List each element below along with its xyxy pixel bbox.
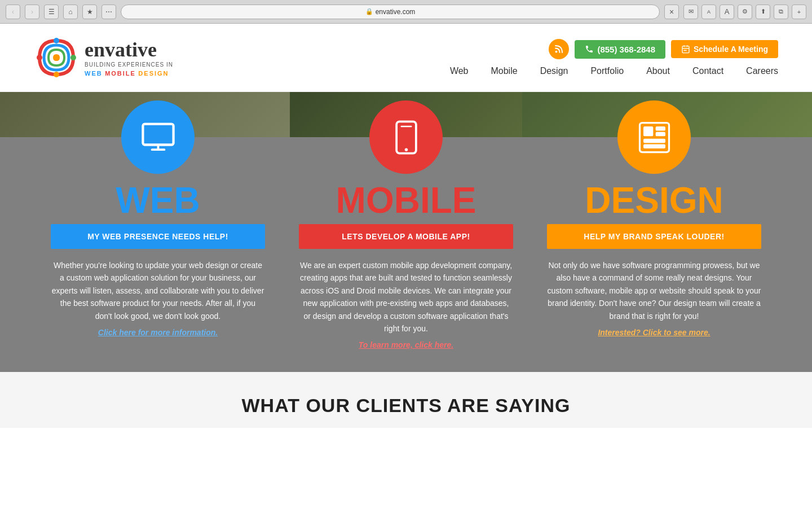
add-tab-icon[interactable]: + — [792, 5, 806, 19]
svg-rect-12 — [143, 124, 173, 144]
service-col-mobile: MOBILE LETS DEVELOP A MOBILE APP! We are… — [282, 137, 530, 349]
logo-mobile: MOBILE — [105, 70, 136, 77]
svg-rect-24 — [643, 144, 665, 148]
svg-point-5 — [555, 51, 558, 53]
svg-point-1 — [37, 55, 42, 60]
service-col-design: DESIGN HELP MY BRAND SPEAK LOUDER! Not o… — [530, 137, 778, 349]
design-link[interactable]: Interested? Click to see more. — [598, 328, 710, 337]
svg-rect-15 — [143, 124, 173, 144]
mobile-icon-circle — [369, 100, 443, 174]
web-cta-button[interactable]: MY WEB PRESENCE NEEDS HELP! — [51, 224, 265, 249]
logo-name: envative — [85, 38, 173, 62]
calendar-icon — [681, 45, 690, 54]
new-tab-icon[interactable]: ⧉ — [774, 5, 788, 19]
svg-rect-22 — [643, 138, 665, 143]
home-button[interactable]: ⌂ — [63, 5, 78, 19]
monitor-icon — [140, 119, 176, 156]
header-right: (855) 368-2848 Schedule A Meeting Web Mo… — [450, 39, 778, 76]
logo-text: envative BUILDING EXPERIENCES IN WEB MOB… — [85, 38, 173, 78]
logo-icon — [34, 35, 79, 80]
back-button[interactable]: ‹ — [6, 5, 20, 19]
nav-careers[interactable]: Careers — [746, 66, 778, 76]
mobile-description: We are an expert custom mobile app devel… — [299, 259, 513, 335]
logo-sub-colors: WEB MOBILE DESIGN — [85, 68, 173, 78]
font-large-icon[interactable]: A — [720, 5, 734, 19]
phone-number: (855) 368-2848 — [597, 45, 655, 54]
bookmark-button[interactable]: ★ — [82, 5, 97, 19]
svg-rect-23 — [655, 132, 665, 136]
svg-point-17 — [404, 148, 407, 151]
settings-icon[interactable]: ⚙ — [738, 5, 752, 19]
close-tab-button[interactable]: × — [664, 5, 679, 19]
design-layout-icon — [636, 119, 673, 156]
rss-button[interactable] — [549, 39, 569, 59]
mobile-cta-button[interactable]: LETS DEVELOP A MOBILE APP! — [299, 224, 513, 249]
phone-icon — [585, 45, 594, 54]
menu-button[interactable]: ⋯ — [102, 5, 116, 19]
share-icon[interactable]: ⬆ — [756, 5, 770, 19]
logo-area[interactable]: envative BUILDING EXPERIENCES IN WEB MOB… — [34, 35, 173, 80]
mail-icon[interactable]: ✉ — [683, 5, 698, 19]
logo-web: WEB — [85, 70, 103, 77]
site-header: envative BUILDING EXPERIENCES IN WEB MOB… — [0, 24, 812, 92]
font-small-icon[interactable]: A — [701, 5, 716, 19]
nav-about[interactable]: About — [646, 66, 670, 76]
schedule-label: Schedule A Meeting — [694, 45, 768, 54]
logo-design: DESIGN — [138, 70, 169, 77]
web-description: Whether you're looking to update your we… — [51, 259, 265, 322]
design-description: Not only do we have software programming… — [547, 259, 761, 322]
browser-chrome: ‹ › ☰ ⌂ ★ ⋯ 🔒 envative.com × ✉ A A ⚙ ⬆ ⧉… — [0, 0, 812, 24]
web-icon-circle — [121, 100, 195, 174]
main-nav: Web Mobile Design Portfolio About Contac… — [450, 66, 778, 76]
nav-mobile[interactable]: Mobile — [491, 66, 517, 76]
svg-point-2 — [54, 38, 59, 43]
toolbar-right: ✉ A A ⚙ ⬆ ⧉ + — [683, 5, 806, 19]
nav-contact[interactable]: Contact — [692, 66, 723, 76]
design-title: DESIGN — [585, 182, 723, 218]
schedule-button[interactable]: Schedule A Meeting — [671, 40, 778, 58]
web-link[interactable]: Click here for more information. — [98, 328, 218, 337]
design-cta-button[interactable]: HELP MY BRAND SPEAK LOUDER! — [547, 224, 761, 249]
web-title: WEB — [116, 182, 200, 218]
rss-icon — [554, 44, 564, 54]
design-icon-circle — [617, 100, 691, 174]
clients-section: WHAT OUR CLIENTS ARE SAYING — [0, 372, 812, 428]
mobile-title: MOBILE — [336, 182, 476, 218]
services-section: WEB MY WEB PRESENCE NEEDS HELP! Whether … — [0, 137, 812, 372]
svg-rect-11 — [685, 50, 686, 51]
svg-rect-6 — [682, 46, 689, 53]
phone-mobile-icon — [388, 119, 425, 156]
clients-heading: WHAT OUR CLIENTS ARE SAYING — [34, 395, 778, 417]
forward-button[interactable]: › — [25, 5, 39, 19]
logo-tagline: BUILDING EXPERIENCES IN — [85, 62, 173, 68]
address-bar[interactable]: 🔒 envative.com — [121, 5, 660, 19]
phone-button[interactable]: (855) 368-2848 — [575, 40, 665, 59]
nav-portfolio[interactable]: Portfolio — [590, 66, 624, 76]
svg-point-3 — [70, 55, 76, 60]
mobile-link[interactable]: To learn more, click here. — [359, 340, 453, 349]
service-col-web: WEB MY WEB PRESENCE NEEDS HELP! Whether … — [34, 137, 282, 349]
svg-point-4 — [54, 72, 59, 77]
services-grid: WEB MY WEB PRESENCE NEEDS HELP! Whether … — [0, 137, 812, 349]
nav-design[interactable]: Design — [540, 66, 568, 76]
svg-rect-21 — [655, 126, 665, 131]
svg-rect-20 — [643, 126, 653, 136]
header-actions: (855) 368-2848 Schedule A Meeting — [549, 39, 778, 59]
nav-web[interactable]: Web — [450, 66, 469, 76]
url-text: envative.com — [376, 8, 416, 16]
sidebar-button[interactable]: ☰ — [44, 5, 59, 19]
lock-icon: 🔒 — [365, 8, 373, 15]
svg-rect-10 — [684, 50, 685, 51]
